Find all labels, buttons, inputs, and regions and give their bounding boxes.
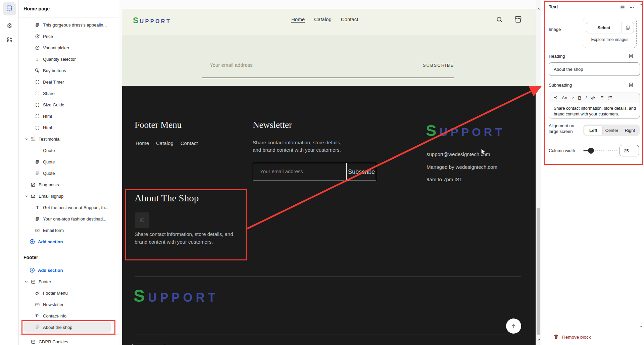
gear-icon: ⚙ <box>6 22 12 29</box>
sidebar-item-quote[interactable]: Quote <box>19 145 119 156</box>
text-style-button[interactable]: Aa <box>562 95 567 100</box>
dynamic-source-icon[interactable] <box>628 82 634 89</box>
bullet-list-icon[interactable] <box>599 95 604 100</box>
footer-contact-hours: 9am to 7pm IST <box>427 177 462 182</box>
panel-scroll-up-icon[interactable] <box>638 1 643 7</box>
sidebar-item-deal-timer[interactable]: Deal Timer <box>19 76 119 88</box>
image-select-button[interactable]: Select <box>586 22 634 33</box>
subscribe-button[interactable]: SUBSCRIBE <box>423 63 454 68</box>
sidebar-item-newsletter[interactable]: Newsletter <box>19 299 119 310</box>
alignment-option-right[interactable]: Right <box>621 125 639 135</box>
footer-logo: SUPPORT <box>426 121 505 140</box>
sidebar-item-quantity-selector[interactable]: #Quantity selector <box>19 53 119 65</box>
alignment-option-center[interactable]: Center <box>603 125 621 135</box>
sidebar-item-price[interactable]: $Price <box>19 31 119 42</box>
sidebar-item-html[interactable]: Html <box>19 122 119 133</box>
sidebar-item-size-guide[interactable]: Size Guide <box>19 99 119 110</box>
sidebar-item-quote[interactable]: Quote <box>19 167 119 179</box>
scroll-to-top-button[interactable] <box>506 318 521 334</box>
column-width-input[interactable] <box>620 145 639 156</box>
footer-about-title: About The Shop <box>135 193 199 204</box>
preview-scrollbar-thumb[interactable] <box>537 208 540 335</box>
sidebar-section-list: This gorgeous dress's appealin...$PriceV… <box>19 17 119 345</box>
sidebar-item-buy-buttons[interactable]: Buy buttons <box>19 65 119 76</box>
chevron-down-icon[interactable] <box>24 279 29 284</box>
sidebar-item-gdpr-cookies[interactable]: GDPR Cookies <box>19 336 119 345</box>
svg-text:#: # <box>36 57 39 61</box>
text-lines-icon <box>35 325 40 330</box>
panel-scroll-down-icon[interactable] <box>638 324 643 329</box>
account-icon[interactable] <box>514 15 522 25</box>
link-icon[interactable] <box>591 96 595 100</box>
rail-sections-tab[interactable] <box>3 2 16 15</box>
newsletter-email-field[interactable]: Your email address SUBSCRIBE <box>202 61 454 78</box>
slider-knob[interactable] <box>588 148 594 154</box>
footer-email-field[interactable]: Your email address <box>253 163 347 181</box>
heading-input[interactable] <box>549 62 640 76</box>
sidebar-item-blog-posts[interactable]: Blog posts <box>19 179 119 190</box>
add-section-button[interactable]: Add section <box>19 236 119 247</box>
sidebar-item-variant-picker[interactable]: Variant picker <box>19 42 119 53</box>
footer-menu-title: Footer Menu <box>135 120 182 130</box>
nav-link-home[interactable]: Home <box>291 16 305 22</box>
footer-subscribe-button[interactable]: Subscribe <box>347 163 376 181</box>
footer-email-placeholder: Your email address <box>260 168 303 174</box>
explore-free-images-link[interactable]: Explore free images <box>583 37 636 42</box>
alignment-option-left[interactable]: Left <box>584 125 603 135</box>
sidebar-item-email-signup[interactable]: Email signup <box>19 190 119 202</box>
sidebar-item-contact-info[interactable]: 'P'Contact-info <box>19 310 119 322</box>
dynamic-source-icon[interactable] <box>628 53 634 60</box>
subheading-editor[interactable]: AaBI123 Share contact information, store… <box>549 93 640 118</box>
sidebar-item-html[interactable]: Html <box>19 110 119 122</box>
country-selector[interactable]: India (INR ₹) <box>132 344 165 345</box>
chevron-down-icon[interactable] <box>24 137 29 141</box>
block-icon <box>35 113 40 119</box>
add-section-button[interactable]: Add section <box>19 264 119 276</box>
more-options-icon[interactable] <box>629 5 634 11</box>
sidebar-item-this-gorgeous-dress-s-appealin[interactable]: This gorgeous dress's appealin... <box>19 19 119 31</box>
sidebar-divider <box>19 333 119 336</box>
sections-icon <box>6 5 13 13</box>
mail-icon <box>35 302 40 307</box>
sidebar-item-footer-menu[interactable]: Footer Menu <box>19 287 119 299</box>
footer-contact-managed: Managed by wedesigntech.com <box>427 164 497 170</box>
sidebar-item-testimonial[interactable]: Testimonial <box>19 133 119 145</box>
nav-link-contact[interactable]: Contact <box>341 16 358 22</box>
column-width-slider[interactable] <box>583 146 617 156</box>
store-logo[interactable]: SUPPORT <box>133 16 171 25</box>
chevron-down-icon[interactable] <box>24 194 29 198</box>
bold-button[interactable]: B <box>578 95 582 101</box>
sidebar-item-share[interactable]: Share <box>19 88 119 99</box>
subheading-text[interactable]: Share contact information, store details… <box>554 106 636 117</box>
richtext-toolbar: AaBI123 <box>549 93 640 103</box>
sidebar-item-quote[interactable]: Quote <box>19 156 119 167</box>
footer-link-contact[interactable]: Contact <box>181 140 198 146</box>
search-icon[interactable] <box>496 16 503 25</box>
sidebar-item-your-one-stop-fashion-destinati[interactable]: Your one-stop fashion destinati... <box>19 213 119 225</box>
numbered-list-icon[interactable]: 123 <box>608 95 613 100</box>
nav-link-catalog[interactable]: Catalog <box>314 16 332 22</box>
remove-block-button[interactable]: Remove block <box>553 334 591 340</box>
sidebar-item-email-form[interactable]: Email form <box>19 225 119 236</box>
dynamic-source-icon[interactable] <box>620 4 625 11</box>
trash-icon <box>553 334 559 340</box>
footer-divider <box>135 276 521 277</box>
italic-button[interactable]: I <box>585 95 587 101</box>
sidebar-item-get-the-best-wear-at-support-th[interactable]: TGet the best wear at Support, th... <box>19 202 119 213</box>
footer-link-catalog[interactable]: Catalog <box>156 140 174 146</box>
alignment-segmented-control: LeftCenterRight <box>583 125 640 136</box>
sidebar-item-footer[interactable]: Footer <box>19 276 119 287</box>
sidebar-item-about-the-shop[interactable]: About the shop <box>19 322 119 333</box>
footer-contact-email[interactable]: support@wedesigntech.com <box>427 151 490 157</box>
rail-settings-tab[interactable]: ⚙ <box>3 19 16 32</box>
footer-menu-links: HomeCatalogContact <box>136 140 198 146</box>
dynamic-source-icon[interactable] <box>622 22 634 33</box>
chevron-down-icon[interactable] <box>571 96 575 100</box>
variant-icon <box>35 45 40 50</box>
footer-link-home[interactable]: Home <box>136 140 149 146</box>
rail-apps-tab[interactable] <box>3 34 16 47</box>
magic-icon[interactable] <box>553 95 558 100</box>
preview-scroll-up-icon[interactable] <box>536 6 541 11</box>
preview-scroll-down-icon[interactable] <box>536 337 541 342</box>
footer-newsletter-text: Share contact information, store details… <box>253 139 350 154</box>
